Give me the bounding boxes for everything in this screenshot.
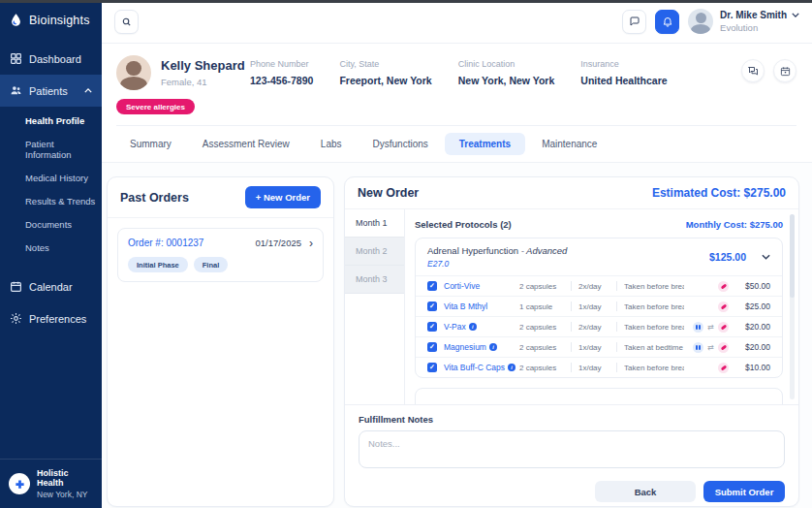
protocols-scroll-region: Month 1 Month 2 Month 3 Selected Protoco… <box>345 209 798 405</box>
allergy-icon <box>718 302 729 312</box>
patients-subnav: Health Profile Patient Information Medic… <box>0 107 102 263</box>
supplement-row: ✓ Vita Buff-C Capsi 2 capsules 1x/day Ta… <box>416 357 782 377</box>
allergy-icon <box>718 281 729 292</box>
sidebar-item-preferences[interactable]: Preferences <box>0 302 102 334</box>
tab-summary[interactable]: Summary <box>115 133 186 155</box>
back-button[interactable]: Back <box>595 481 696 502</box>
chevron-down-icon <box>792 13 799 17</box>
supplement-freq: 1x/day <box>578 343 609 352</box>
notifications-bell-icon <box>662 16 673 27</box>
supplement-note: Taken at bedtime <box>624 343 684 352</box>
protocol-header[interactable]: Adrenal Hyperfunction Advanced E27.0 $12… <box>416 238 782 275</box>
supplement-note: Taken before breakfast <box>624 302 684 311</box>
allergy-icon <box>718 342 729 353</box>
supplement-link: V-Paxi <box>444 322 519 332</box>
sidebar-item-health-profile[interactable]: Health Profile <box>25 109 102 132</box>
clinic-cross-icon <box>9 473 30 494</box>
sidebar-item-label: Patients <box>29 85 68 97</box>
protocol-header[interactable]: Atherosclerosis Advanced $150.00 <box>416 389 782 405</box>
chat-button[interactable] <box>622 10 646 34</box>
gear-icon <box>10 312 22 325</box>
scrollbar-track[interactable] <box>790 214 795 399</box>
sidebar-item-medical-history[interactable]: Medical History <box>25 166 102 189</box>
monthly-cost: Monthly Cost: $275.00 <box>686 219 783 230</box>
checkbox-checked[interactable]: ✓ <box>427 363 437 372</box>
supplement-icons <box>684 281 729 292</box>
clinic-footer[interactable]: Holistic Health New York, NY <box>0 459 102 508</box>
tab-maintenance[interactable]: Maintenance <box>527 133 611 155</box>
info-icon[interactable]: i <box>508 364 515 371</box>
sidebar: Bioinsights Dashboard Patients Health Pr… <box>0 0 102 508</box>
patient-messages-button[interactable] <box>741 59 765 82</box>
supplement-freq: 1x/day <box>578 364 609 372</box>
sidebar-item-patient-information[interactable]: Patient Information <box>25 132 102 166</box>
supplement-row: ✓ Corti-Vive 2 capsules 2x/day Taken bef… <box>416 275 782 296</box>
tab-labs[interactable]: Labs <box>306 133 357 155</box>
search-button[interactable] <box>114 10 139 34</box>
info-icon[interactable]: i <box>469 323 477 331</box>
field-insurance: Insurance United Healthcare <box>580 59 667 86</box>
supplement-price: $20.00 <box>735 322 770 332</box>
chevron-up-icon <box>84 88 92 93</box>
supplement-note: Taken before breakfast <box>624 364 684 372</box>
supplement-note: Taken before breakfast & in the afternoo… <box>624 323 684 332</box>
fulfillment-notes-input[interactable] <box>359 430 785 468</box>
new-order-button[interactable]: + New Order <box>245 186 321 208</box>
app-root: Bioinsights Dashboard Patients Health Pr… <box>0 0 812 508</box>
checkbox-checked[interactable]: ✓ <box>427 342 437 352</box>
supplement-link: Corti-Vive <box>444 281 519 291</box>
checkbox-checked[interactable]: ✓ <box>427 322 437 332</box>
selected-protocols-label: Selected Protocols (2) <box>415 219 512 230</box>
month-tabs: Month 1 Month 2 Month 3 <box>345 209 405 404</box>
supplement-link: Vita Buff-C Capsi <box>444 363 519 372</box>
sidebar-item-patients[interactable]: Patients <box>0 75 102 107</box>
tab-month-1[interactable]: Month 1 <box>345 209 404 238</box>
tab-assessment-review[interactable]: Assessment Review <box>188 133 304 155</box>
order-number-link[interactable]: Order #: 0001237 <box>128 238 203 248</box>
patient-avatar <box>116 55 151 90</box>
checkbox-checked[interactable]: ✓ <box>427 281 437 291</box>
allergy-icon <box>718 322 729 333</box>
patient-demographics: Female, 41 <box>161 77 245 87</box>
droplet-logo-icon <box>9 13 23 27</box>
chevron-down-icon[interactable] <box>762 254 770 260</box>
supplement-price: $25.00 <box>735 302 770 311</box>
supplement-row: ✓ V-Paxi 2 capsules 2x/day Taken before … <box>416 316 782 336</box>
clinic-name: Holistic Health <box>37 468 93 488</box>
topbar: Dr. Mike Smith Evolution <box>102 0 812 44</box>
past-orders-title: Past Orders <box>120 191 189 205</box>
tab-month-2[interactable]: Month 2 <box>345 238 404 266</box>
main-area: Dr. Mike Smith Evolution Kelly Shepard F… <box>102 0 812 508</box>
info-icon[interactable]: i <box>489 343 497 351</box>
tab-month-3[interactable]: Month 3 <box>345 266 404 294</box>
messages-icon <box>747 65 759 77</box>
protocol-level: Advanced <box>521 245 568 256</box>
checkbox-checked[interactable]: ✓ <box>427 302 437 311</box>
swap-icon: ⇄ <box>707 342 714 353</box>
order-card[interactable]: Order #: 0001237 01/17/2025 › Initial Ph… <box>117 228 324 282</box>
sidebar-item-results-trends[interactable]: Results & Trends <box>25 189 102 212</box>
user-menu[interactable]: Dr. Mike Smith Evolution <box>688 9 799 34</box>
protocol-price: $125.00 <box>709 251 746 263</box>
sidebar-item-documents[interactable]: Documents <box>25 212 102 236</box>
sidebar-item-dashboard[interactable]: Dashboard <box>0 43 102 75</box>
chevron-right-icon[interactable]: › <box>309 238 313 248</box>
logo: Bioinsights <box>0 0 102 43</box>
scrollbar-thumb[interactable] <box>790 214 795 298</box>
search-icon <box>121 16 132 27</box>
supplement-link: Vita B Mthyl <box>444 302 519 311</box>
supplement-icons: ⇄ <box>684 342 729 353</box>
fulfillment-notes-section: Fulfillment Notes <box>345 405 798 472</box>
sidebar-item-calendar[interactable]: Calendar <box>0 270 102 302</box>
tab-treatments[interactable]: Treatments <box>445 133 525 155</box>
protocol-card-atherosclerosis: Atherosclerosis Advanced $150.00 <box>415 388 783 405</box>
patient-calendar-button[interactable] <box>773 59 796 82</box>
supplement-freq: 2x/day <box>578 282 609 291</box>
estimated-cost: Estimated Cost: $275.00 <box>652 186 786 200</box>
user-name: Dr. Mike Smith <box>720 10 787 20</box>
submit-order-button[interactable]: Submit Order <box>703 481 785 502</box>
tab-dysfunctions[interactable]: Dysfunctions <box>359 133 443 155</box>
sidebar-item-notes[interactable]: Notes <box>25 236 102 259</box>
protocol-card-adrenal-hyperfunction: Adrenal Hyperfunction Advanced E27.0 $12… <box>415 238 783 378</box>
notifications-button[interactable] <box>655 10 679 34</box>
